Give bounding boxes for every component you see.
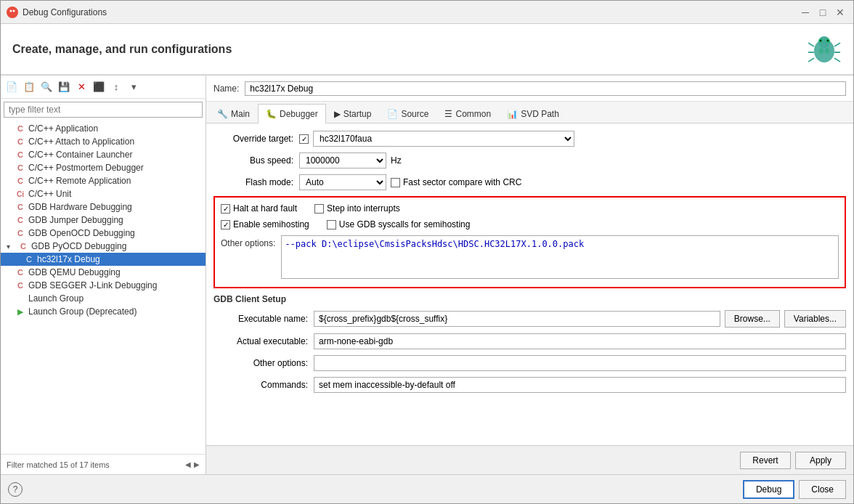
override-target-select[interactable]: hc32l170faua [313,131,574,147]
sidebar-item-cpp-application[interactable]: C C/C++ Application [1,122,206,135]
gdb-icon: C [15,203,25,211]
sidebar-item-label: C/C++ Postmortem Debugger [28,163,144,173]
bus-speed-control: 1000000 Hz [299,153,846,168]
maximize-button[interactable]: □ [816,5,830,20]
revert-button[interactable]: Revert [740,452,791,469]
help-button[interactable]: ? [8,482,23,497]
sidebar-item-gdb-hardware[interactable]: C GDB Hardware Debugging [1,200,206,214]
other-options2-row: Other options: [214,355,846,371]
semihosting-row: Enable semihosting Use GDB syscalls for … [221,219,839,229]
sidebar-item-label: hc32l17x Debug [37,254,100,264]
step-into-interrupts-checkbox[interactable] [314,204,324,214]
browse-button[interactable]: Browse... [725,310,780,328]
tab-startup[interactable]: ▶ Startup [326,104,380,123]
halt-step-row: Halt at hard fault Step into interrupts [221,203,839,214]
fast-sector-label[interactable]: Fast sector compare with CRC [391,177,521,187]
sidebar-item-label: Launch Group (Deprecated) [28,306,137,317]
header-title: Create, manage, and run configurations [12,43,232,56]
filter-input[interactable] [4,102,203,118]
tree: C C/C++ Application C C/C++ Attach to Ap… [1,121,206,454]
cpp-icon: C [15,176,25,185]
sidebar-item-hc32l17x[interactable]: C hc32l17x Debug [1,253,206,266]
more-button[interactable]: ▾ [126,79,142,95]
commands-control [314,377,846,393]
header: Create, manage, and run configurations [1,24,853,75]
launch-deprecated-icon: ▶ [15,307,25,317]
sidebar-item-gdb-jumper[interactable]: C GDB Jumper Debugging [1,214,206,227]
halt-hard-fault-checkbox[interactable] [221,204,230,214]
sidebar-item-label: C/C++ Container Launcher [28,150,132,160]
enable-semihosting-label[interactable]: Enable semihosting [221,219,309,229]
other-options-textarea[interactable]: --pack D:\eclipse\CmsisPacksHdsc\HDSC.HC… [281,235,839,279]
gdb-icon: C [15,281,25,290]
save-button[interactable]: 💾 [56,79,72,95]
footer: ? Debug Close [1,474,853,503]
tab-debugger[interactable]: 🐛 Debugger [258,104,326,123]
sidebar-item-launch-group[interactable]: Launch Group [1,292,206,305]
use-gdb-syscalls-label[interactable]: Use GDB syscalls for semihosting [327,219,471,229]
scroll-left-icon[interactable]: ◀ [185,460,191,468]
scroll-right-icon[interactable]: ▶ [194,460,200,468]
apply-button[interactable]: Apply [795,452,846,469]
collapse-button[interactable]: ⬛ [91,79,107,95]
executable-name-row: Executable name: Browse... Variables... [214,310,846,328]
cpp-icon: C [15,124,25,133]
sidebar-item-gdb-segger[interactable]: C GDB SEGGER J-Link Debugging [1,279,206,292]
actual-executable-label: Actual executable: [214,336,308,346]
tab-label: Common [455,109,491,119]
sidebar-item-cpp-unit[interactable]: Ci C/C++ Unit [1,187,206,200]
sidebar-item-label: GDB SEGGER J-Link Debugging [28,280,157,290]
svg-line-14 [834,58,840,62]
flash-mode-select[interactable]: Auto [299,174,386,190]
source-tab-icon: 📄 [387,109,398,119]
step-into-interrupts-text: Step into interrupts [327,203,400,214]
sidebar-item-cpp-postmortem[interactable]: C C/C++ Postmortem Debugger [1,161,206,174]
sidebar-item-cpp-container[interactable]: C C/C++ Container Launcher [1,148,206,161]
tab-main[interactable]: 🔧 Main [209,104,258,123]
executable-name-control: Browse... Variables... [314,310,846,328]
footer-left: ? [8,482,23,497]
actual-executable-input[interactable] [314,333,846,349]
enable-semihosting-checkbox[interactable] [221,220,230,229]
override-target-checkbox[interactable] [299,134,309,144]
tab-svd-path[interactable]: 📊 SVD Path [499,104,567,123]
other-options2-input[interactable] [314,355,846,371]
svg-point-0 [8,8,17,17]
step-into-interrupts-label[interactable]: Step into interrupts [314,203,400,214]
bus-speed-select[interactable]: 1000000 [299,153,386,168]
delete-button[interactable]: ✕ [73,79,89,95]
use-gdb-syscalls-checkbox[interactable] [327,220,336,229]
commands-label: Commands: [214,380,308,390]
sidebar-item-label: GDB OpenOCD Debugging [28,228,135,238]
footer-right: Debug Close [743,480,846,499]
new-config-button[interactable]: 📄 [4,79,20,95]
search-button[interactable]: 🔍 [38,79,54,95]
sidebar-item-launch-group-deprecated[interactable]: ▶ Launch Group (Deprecated) [1,305,206,318]
flash-mode-label: Flash mode: [214,177,293,187]
sidebar-item-cpp-remote[interactable]: C C/C++ Remote Application [1,174,206,187]
sidebar: 📄 📋 🔍 💾 ✕ ⬛ ↕ ▾ C C/C++ Application [1,76,206,474]
sidebar-item-cpp-attach[interactable]: C C/C++ Attach to Application [1,135,206,148]
executable-name-input[interactable] [314,311,720,327]
debug-button[interactable]: Debug [743,480,794,499]
tab-bar: 🔧 Main 🐛 Debugger ▶ Startup 📄 Source [206,102,853,123]
name-input[interactable] [245,81,846,96]
close-button[interactable]: Close [799,480,846,499]
tab-source[interactable]: 📄 Source [379,104,436,123]
sidebar-item-gdb-qemu[interactable]: C GDB QEMU Debugging [1,266,206,279]
commands-input[interactable] [314,377,846,393]
duplicate-button[interactable]: 📋 [21,79,37,95]
sidebar-item-label: GDB PyOCD Debugging [31,241,126,251]
halt-hard-fault-label[interactable]: Halt at hard fault [221,203,297,214]
variables-button[interactable]: Variables... [784,310,846,328]
svg-line-9 [808,43,814,46]
sidebar-item-gdb-pyocd[interactable]: ▾ C GDB PyOCD Debugging [1,240,206,253]
close-button[interactable]: ✕ [833,5,847,20]
fast-sector-checkbox[interactable] [391,178,400,187]
tab-common[interactable]: ☰ Common [436,104,499,123]
sidebar-item-gdb-openocd[interactable]: C GDB OpenOCD Debugging [1,227,206,240]
sidebar-toolbar: 📄 📋 🔍 💾 ✕ ⬛ ↕ ▾ [1,76,206,99]
expand-button[interactable]: ↕ [108,79,124,95]
gdb-icon: C [15,229,25,237]
minimize-button[interactable]: ─ [798,5,813,20]
